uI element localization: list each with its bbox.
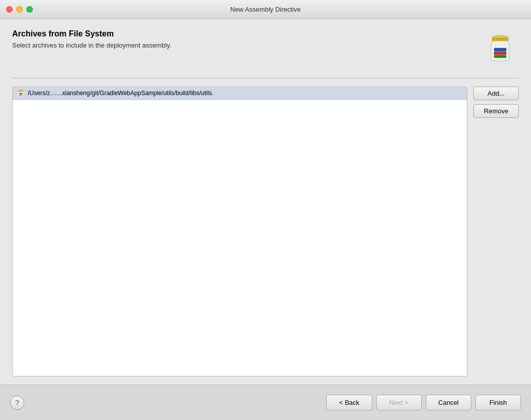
- maximize-button[interactable]: [26, 6, 33, 13]
- archives-icon: [481, 32, 516, 67]
- page-subtitle: Select archives to include in the deploy…: [12, 41, 478, 49]
- file-list-container: /Users/z……xiansheng/git/GradleWebAppSamp…: [12, 87, 467, 376]
- header-text: Archives from File System Select archive…: [12, 29, 478, 49]
- bottom-toolbar: ? < Back Next > Cancel Finish: [0, 385, 531, 420]
- title-bar: New Assembly Directive: [0, 0, 531, 19]
- jar-icon: [17, 89, 25, 97]
- traffic-lights: [6, 6, 33, 13]
- cancel-button[interactable]: Cancel: [426, 395, 471, 410]
- section-divider: [12, 78, 519, 78]
- finish-button[interactable]: Finish: [475, 395, 521, 410]
- back-button[interactable]: < Back: [326, 395, 372, 410]
- file-list: /Users/z……xiansheng/git/GradleWebAppSamp…: [13, 87, 467, 100]
- list-item[interactable]: /Users/z……xiansheng/git/GradleWebAppSamp…: [13, 87, 467, 100]
- help-button[interactable]: ?: [10, 396, 24, 410]
- close-button[interactable]: [6, 6, 13, 13]
- svg-rect-7: [19, 93, 22, 94]
- page-title: Archives from File System: [12, 29, 478, 38]
- file-path: /Users/z……xiansheng/git/GradleWebAppSamp…: [28, 90, 213, 97]
- svg-rect-4: [494, 55, 506, 58]
- svg-rect-6: [18, 91, 23, 92]
- svg-rect-8: [19, 95, 22, 96]
- svg-rect-1: [492, 38, 508, 41]
- window-title: New Assembly Directive: [230, 6, 300, 13]
- svg-rect-2: [494, 48, 506, 51]
- add-button[interactable]: Add...: [473, 87, 519, 100]
- header-icon: [478, 29, 519, 70]
- minimize-button[interactable]: [16, 6, 23, 13]
- svg-rect-3: [494, 52, 506, 55]
- nav-buttons: < Back Next > Cancel Finish: [326, 395, 521, 410]
- next-button[interactable]: Next >: [376, 395, 422, 410]
- header-section: Archives from File System Select archive…: [12, 29, 519, 70]
- remove-button[interactable]: Remove: [473, 104, 519, 118]
- main-content: Archives from File System Select archive…: [0, 19, 531, 385]
- side-buttons: Add... Remove: [473, 87, 519, 376]
- content-area: /Users/z……xiansheng/git/GradleWebAppSamp…: [12, 87, 519, 376]
